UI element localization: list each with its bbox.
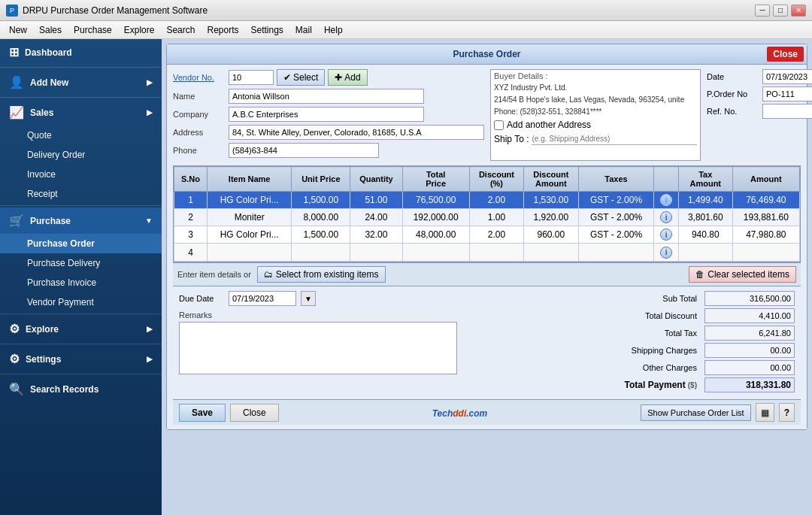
cell-disc-amt: 960.00 (524, 226, 578, 244)
buyer-details-label: Buyer Details : (491, 70, 700, 82)
maximize-button[interactable]: □ (773, 5, 788, 17)
clear-selected-items-button[interactable]: 🗑 Clear selected items (689, 266, 796, 283)
menu-explore[interactable]: Explore (118, 23, 161, 37)
sidebar-add-new[interactable]: 👤 Add New ▶ (0, 69, 162, 95)
shipping-charges-label: Shipping Charges (480, 346, 701, 355)
table-row[interactable]: 3 HG Color Pri... 1,500.00 32.00 48,000.… (174, 226, 800, 244)
sidebar-item-quote[interactable]: Quote (0, 126, 162, 145)
phone-input[interactable] (229, 143, 379, 158)
menu-mail[interactable]: Mail (289, 23, 318, 37)
table-row[interactable]: 2 Moniter 8,000.00 24.00 192,000.00 1.00… (174, 209, 800, 226)
add-another-address-checkbox[interactable] (494, 120, 504, 130)
sales-icon: 📈 (9, 105, 24, 120)
save-button[interactable]: Save (179, 404, 226, 422)
cell-total: 192,000.00 (402, 209, 469, 226)
name-input[interactable] (229, 89, 424, 104)
sidebar-item-purchase-order[interactable]: Purchase Order (0, 234, 162, 253)
cell-unit-price: 1,500.00 (292, 192, 350, 209)
sidebar-sales[interactable]: 📈 Sales ▶ (0, 99, 162, 126)
cell-disc-pct (469, 244, 523, 262)
menu-bar: New Sales Purchase Explore Search Report… (0, 21, 812, 39)
due-date-calendar-button[interactable]: ▼ (301, 291, 316, 306)
menu-settings[interactable]: Settings (245, 23, 289, 37)
purchase-label: Purchase (30, 216, 71, 226)
sidebar-search-records[interactable]: 🔍 Search Records (0, 376, 162, 402)
remarks-textarea[interactable] (179, 322, 457, 374)
sidebar-item-receipt[interactable]: Receipt (0, 184, 162, 204)
cell-qty: 32.00 (350, 226, 402, 244)
sidebar-purchase[interactable]: 🛒 Purchase ▼ (0, 208, 162, 234)
cell-tax-amt: 940.80 (678, 226, 732, 244)
sidebar-item-delivery-order[interactable]: Delivery Order (0, 145, 162, 165)
menu-search[interactable]: Search (160, 23, 201, 37)
table-row[interactable]: 1 HG Color Pri... 1,500.00 51.00 76,500.… (174, 192, 800, 209)
table-row[interactable]: 4 i (174, 244, 800, 262)
menu-reports[interactable]: Reports (201, 23, 244, 37)
address-input[interactable] (229, 125, 484, 140)
app-icon: P (6, 5, 18, 17)
porder-no-label: P.Order No (707, 89, 759, 98)
help-button[interactable]: ? (779, 403, 795, 422)
search-icon: 🔍 (9, 382, 24, 396)
sidebar-item-vendor-payment[interactable]: Vendor Payment (0, 292, 162, 312)
due-date-input[interactable] (229, 291, 296, 306)
cell-sno: 3 (174, 226, 208, 244)
window-close-button[interactable]: ✕ (791, 5, 806, 17)
cell-total (402, 244, 469, 262)
vendor-no-input[interactable]: 10 (229, 70, 274, 85)
add-new-icon: 👤 (9, 75, 24, 89)
cell-item: Moniter (207, 209, 291, 226)
ship-to-input[interactable] (532, 133, 697, 145)
porder-no-input[interactable] (762, 86, 812, 101)
cell-info4[interactable]: i (654, 244, 678, 262)
cell-qty (350, 244, 402, 262)
menu-new[interactable]: New (3, 23, 33, 37)
select-existing-items-button[interactable]: 🗂 Select from existing items (257, 266, 386, 283)
date-input[interactable] (762, 69, 812, 84)
total-discount-value: 4,410.00 (704, 308, 795, 323)
select-button[interactable]: ✔ Select (277, 69, 325, 86)
help-icon: ? (784, 407, 789, 418)
col-amount: Amount (732, 167, 799, 192)
settings-label: Settings (26, 354, 61, 365)
content-area: Purchase Order Close Vendor No. 10 ✔ Sel… (162, 39, 812, 515)
ref-no-input[interactable] (762, 104, 812, 119)
menu-help[interactable]: Help (318, 23, 349, 37)
totals-area: Sub Total 316,500.00 Total Discount 4,41… (480, 291, 795, 395)
cell-total: 48,000.00 (402, 226, 469, 244)
menu-purchase[interactable]: Purchase (68, 23, 118, 37)
sidebar-item-purchase-delivery[interactable]: Purchase Delivery (0, 253, 162, 273)
select-label: Select (293, 72, 318, 83)
cell-info1[interactable]: i (654, 192, 678, 209)
cell-item: HG Color Pri... (207, 226, 291, 244)
purchase-icon: 🛒 (9, 214, 24, 228)
phone-label: Phone (173, 146, 226, 155)
po-close-button[interactable]: Close (767, 47, 804, 62)
sidebar-item-purchase-invoice[interactable]: Purchase Invoice (0, 273, 162, 292)
sidebar-settings[interactable]: ⚙ Settings ▶ (0, 346, 162, 372)
cell-tax: GST - 2.00% (578, 192, 654, 209)
vendor-no-label[interactable]: Vendor No. (173, 73, 226, 82)
minimize-button[interactable]: ─ (755, 5, 770, 17)
menu-sales[interactable]: Sales (33, 23, 68, 37)
sidebar-dashboard[interactable]: ⊞ Dashboard (0, 39, 162, 65)
other-value: 00.00 (704, 360, 795, 375)
cell-info3[interactable]: i (654, 226, 678, 244)
cell-tax-amt: 3,801.60 (678, 209, 732, 226)
sub-total-label: Sub Total (480, 294, 701, 303)
close-footer-button[interactable]: Close (230, 404, 279, 422)
checkmark-icon: ✔ (283, 72, 291, 83)
show-purchase-order-list-button[interactable]: Show Purchase Order List (641, 404, 750, 421)
sidebar-explore[interactable]: ⚙ Explore ▶ (0, 316, 162, 342)
company-input[interactable] (229, 107, 424, 122)
cell-info2[interactable]: i (654, 209, 678, 226)
calculator-button[interactable]: ▦ (756, 403, 774, 422)
sidebar-item-invoice[interactable]: Invoice (0, 165, 162, 184)
col-unit-price: Unit Price (292, 167, 350, 192)
cell-amount (732, 244, 799, 262)
settings-icon: ⚙ (9, 352, 20, 366)
add-button[interactable]: ✚ Add (328, 69, 367, 86)
total-tax-value: 6,241.80 (704, 326, 795, 341)
add-new-label: Add New (30, 77, 68, 88)
buyer-line3: Phone: (528)32-551, 328841**** (491, 106, 700, 118)
